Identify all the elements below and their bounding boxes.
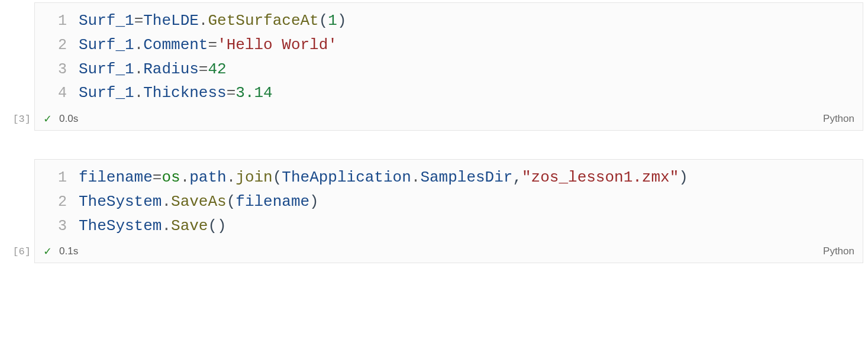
status-left: ✓ 0.0s xyxy=(43,112,78,125)
code-line: 2 TheSystem.SaveAs(filename) xyxy=(41,190,857,214)
line-number: 4 xyxy=(41,82,67,105)
token-paren: ( xyxy=(208,214,217,238)
token-function: Save xyxy=(171,214,208,238)
line-number: 2 xyxy=(41,34,67,57)
token-number: 42 xyxy=(208,57,226,81)
token-string: 'Hello World' xyxy=(217,33,337,57)
cell-status-bar: ✓ 0.1s Python xyxy=(35,241,863,263)
token-function: join xyxy=(235,169,272,186)
line-number: 1 xyxy=(41,167,67,190)
token-name: filename xyxy=(235,190,309,214)
token-name: filename xyxy=(79,169,153,186)
token-operator: = xyxy=(199,57,208,81)
execution-time: 0.0s xyxy=(59,113,78,125)
token-paren: ( xyxy=(273,169,282,186)
language-label[interactable]: Python xyxy=(823,113,854,125)
token-attr: Comment xyxy=(143,33,208,57)
token-name: Surf_1 xyxy=(79,57,134,81)
token-dot: . xyxy=(134,81,144,105)
line-number: 1 xyxy=(41,10,67,33)
token-operator: = xyxy=(153,169,162,186)
code-editor[interactable]: 1 Surf_1 = TheLDE.GetSurfaceAt(1) 2 Surf… xyxy=(35,3,863,109)
language-label[interactable]: Python xyxy=(823,245,854,257)
token-attr: path xyxy=(189,169,226,186)
token-function: SaveAs xyxy=(171,190,227,214)
token-dot: . xyxy=(134,33,144,57)
execution-time: 0.1s xyxy=(59,245,78,257)
token-number: 3.14 xyxy=(235,81,272,105)
check-icon: ✓ xyxy=(43,245,52,258)
token-name: Surf_1 xyxy=(79,9,134,33)
code-editor[interactable]: 1 filename=os.path.join(TheApplication.S… xyxy=(35,160,863,241)
line-number: 3 xyxy=(41,59,67,82)
token-name: TheSystem xyxy=(79,190,162,214)
token-attr: SamplesDir xyxy=(420,169,512,186)
token-name: TheApplication xyxy=(282,169,411,186)
token-name: TheSystem xyxy=(79,214,162,238)
cell-body: 1 Surf_1 = TheLDE.GetSurfaceAt(1) 2 Surf… xyxy=(34,2,863,131)
line-number: 3 xyxy=(41,215,67,238)
cell-body: 1 filename=os.path.join(TheApplication.S… xyxy=(34,159,863,263)
token-string: "zos_lesson1.zmx" xyxy=(522,169,679,186)
token-dot: . xyxy=(411,169,421,186)
token-module: os xyxy=(162,169,180,186)
notebook-cell: [3] 1 Surf_1 = TheLDE.GetSurfaceAt(1) 2 … xyxy=(0,2,868,131)
execution-count: [3] xyxy=(0,114,34,131)
token-operator: = xyxy=(208,33,217,57)
token-number: 1 xyxy=(328,9,337,33)
token-dot: . xyxy=(162,190,171,214)
execution-count: [6] xyxy=(0,246,34,263)
token-attr: Thickness xyxy=(143,81,226,105)
code-line: 2 Surf_1.Comment = 'Hello World' xyxy=(41,33,857,57)
token-operator: = xyxy=(134,9,144,33)
code-line: 4 Surf_1.Thickness=3.14 xyxy=(41,81,857,105)
code-line: 1 filename=os.path.join(TheApplication.S… xyxy=(41,166,857,190)
token-paren: ) xyxy=(217,214,227,238)
token-comma: , xyxy=(512,169,522,186)
token-paren: ( xyxy=(319,9,328,33)
code-line: 3 TheSystem.Save() xyxy=(41,214,857,238)
token-name: Surf_1 xyxy=(79,33,134,57)
token-paren: ) xyxy=(679,169,688,186)
line-number: 2 xyxy=(41,191,67,214)
token-name: TheLDE xyxy=(143,9,199,33)
cell-status-bar: ✓ 0.0s Python xyxy=(35,109,863,130)
token-paren: ) xyxy=(337,9,347,33)
token-dot: . xyxy=(227,169,236,186)
token-function: GetSurfaceAt xyxy=(208,9,318,33)
token-paren: ) xyxy=(309,190,319,214)
check-icon: ✓ xyxy=(43,112,52,125)
notebook-cell: [6] 1 filename=os.path.join(TheApplicati… xyxy=(0,159,868,263)
token-attr: Radius xyxy=(143,57,199,81)
status-left: ✓ 0.1s xyxy=(43,245,78,258)
token-operator: = xyxy=(227,81,236,105)
code-line: 3 Surf_1.Radius = 42 xyxy=(41,57,857,82)
token-dot: . xyxy=(180,169,190,186)
token-dot: . xyxy=(162,214,171,238)
token-name: Surf_1 xyxy=(79,81,134,105)
token-dot: . xyxy=(134,57,144,81)
code-line: 1 Surf_1 = TheLDE.GetSurfaceAt(1) xyxy=(41,9,857,33)
token-dot: . xyxy=(199,9,208,33)
token-paren: ( xyxy=(227,190,236,214)
